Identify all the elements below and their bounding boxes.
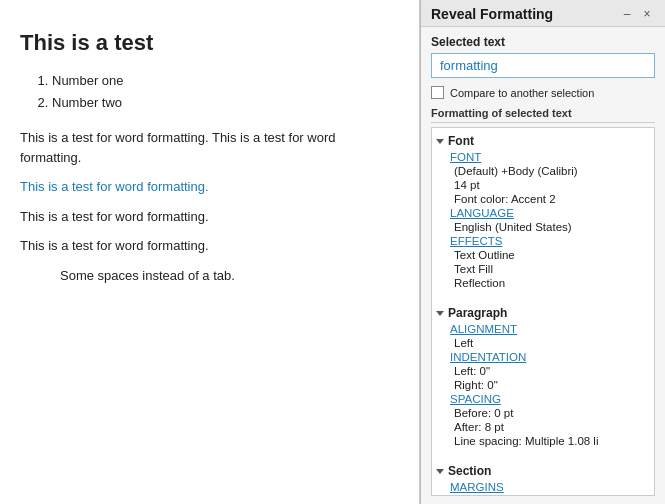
language-link[interactable]: LANGUAGE	[446, 206, 654, 220]
font-size-value: 14 pt	[446, 178, 654, 192]
selected-text-box: formatting	[431, 53, 655, 78]
format-group-section: Section MARGINS Left: 1"	[432, 462, 654, 496]
reflection-value: Reflection	[446, 276, 654, 290]
selected-text-label: Selected text	[431, 35, 655, 49]
format-group-items-font: FONT (Default) +Body (Calibri) 14 pt Fon…	[432, 150, 654, 290]
doc-heading: This is a test	[20, 30, 399, 56]
doc-para-2: This is a test for word formatting.	[20, 207, 399, 227]
formatting-of-selected-label: Formatting of selected text	[431, 107, 655, 123]
triangle-icon	[436, 469, 444, 474]
reveal-formatting-panel: Reveal Formatting – × Selected text form…	[420, 0, 665, 504]
triangle-icon	[436, 311, 444, 316]
font-color-value: Font color: Accent 2	[446, 192, 654, 206]
indentation-link[interactable]: INDENTATION	[446, 350, 654, 364]
format-group-header-section: Section	[432, 462, 654, 480]
list-item: Number two	[52, 92, 399, 114]
compare-checkbox[interactable]	[431, 86, 444, 99]
compare-label: Compare to another selection	[450, 87, 594, 99]
text-fill-value: Text Fill	[446, 262, 654, 276]
indent-left-value: Left: 0"	[446, 364, 654, 378]
font-link[interactable]: FONT	[446, 150, 654, 164]
panel-controls: – ×	[619, 6, 655, 22]
language-value: English (United States)	[446, 220, 654, 234]
doc-list: Number one Number two	[52, 70, 399, 114]
margins-link[interactable]: MARGINS	[446, 480, 654, 494]
minimize-button[interactable]: –	[619, 6, 635, 22]
format-group-items-section: MARGINS Left: 1"	[432, 480, 654, 496]
format-group-items-paragraph: ALIGNMENT Left INDENTATION Left: 0" Righ…	[432, 322, 654, 448]
effects-link[interactable]: EFFECTS	[446, 234, 654, 248]
format-group-font: Font FONT (Default) +Body (Calibri) 14 p…	[432, 132, 654, 290]
format-group-header-paragraph: Paragraph	[432, 304, 654, 322]
margins-left-value: Left: 1"	[446, 494, 654, 496]
panel-title: Reveal Formatting	[431, 6, 553, 22]
spacing-before-value: Before: 0 pt	[446, 406, 654, 420]
format-scroll-area[interactable]: Font FONT (Default) +Body (Calibri) 14 p…	[431, 127, 655, 496]
line-spacing-value: Line spacing: Multiple 1.08 li	[446, 434, 654, 448]
panel-header: Reveal Formatting – ×	[421, 0, 665, 27]
group-name-section: Section	[448, 464, 491, 478]
text-outline-value: Text Outline	[446, 248, 654, 262]
triangle-icon	[436, 139, 444, 144]
close-button[interactable]: ×	[639, 6, 655, 22]
group-name-font: Font	[448, 134, 474, 148]
list-item: Number one	[52, 70, 399, 92]
indent-right-value: Right: 0"	[446, 378, 654, 392]
doc-para-highlighted: This is a test for word formatting.	[20, 177, 399, 197]
compare-row: Compare to another selection	[431, 86, 655, 99]
alignment-value: Left	[446, 336, 654, 350]
format-group-header-font: Font	[432, 132, 654, 150]
spacing-link[interactable]: SPACING	[446, 392, 654, 406]
alignment-link[interactable]: ALIGNMENT	[446, 322, 654, 336]
spacing-after-value: After: 8 pt	[446, 420, 654, 434]
doc-para-indent: Some spaces instead of a tab.	[60, 266, 399, 286]
format-group-paragraph: Paragraph ALIGNMENT Left INDENTATION Lef…	[432, 304, 654, 448]
doc-para-1: This is a test for word formatting. This…	[20, 128, 399, 167]
panel-body: Selected text formatting Compare to anot…	[421, 27, 665, 504]
font-body-value: (Default) +Body (Calibri)	[446, 164, 654, 178]
group-name-paragraph: Paragraph	[448, 306, 507, 320]
doc-para-3: This is a test for word formatting.	[20, 236, 399, 256]
document-area: This is a test Number one Number two Thi…	[0, 0, 420, 504]
